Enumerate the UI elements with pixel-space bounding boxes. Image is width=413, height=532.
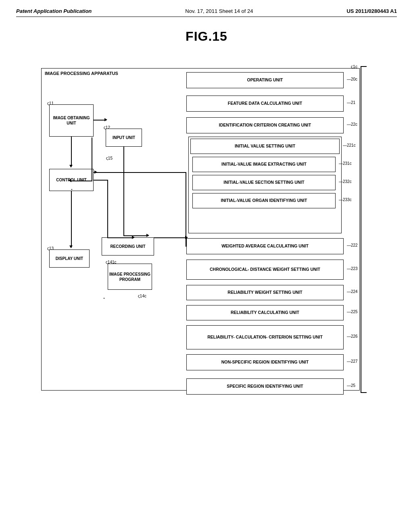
arrowhead-8 [69,245,73,248]
specific-region-box: SPECIFIC REGION IDENTIFYING UNIT [186,378,344,395]
arrow-line-11 [94,172,186,173]
ref-s13: ς13 [47,246,54,251]
dot2 [104,298,104,299]
ref-233c: —233c [339,197,352,202]
initial-value-section-box: INITIAL-VALUE SECTION SETTING UNIT [192,175,336,190]
header-patent-number: US 2011/0280443 A1 [346,8,397,14]
ref-222: —222 [347,243,358,247]
ref-232c: —232c [339,179,352,184]
arrow-line-7 [107,237,134,238]
ref-25: —25 [347,383,355,388]
input-unit-box: INPUT UNIT [106,129,142,147]
reliability-calculating-box: RELIABILITY CALCULATING UNIT [186,305,344,320]
display-unit-box: DISPLAY UNIT [49,249,90,268]
bracket-line-s1c [361,66,361,393]
recording-unit-box: RECORDING UNIT [102,237,154,256]
bracket-top-s1c [361,66,367,67]
ref-s141c: ς141c [106,260,117,264]
image-obtaining-box: IMAGE OBTAINING UNIT [49,104,94,137]
weighted-average-box: WEIGHTED AVERAGE CALCULATING UNIT [186,238,344,254]
arrowhead-2 [104,118,107,121]
arrow-line-1 [71,137,72,166]
arrow-line-3 [123,147,124,235]
arrow-line-4 [123,235,148,236]
arrow-line-5 [94,180,108,181]
ref-224: —224 [347,289,358,294]
ref-s15: ς15 [106,156,113,160]
chronological-distance-box: CHRONOLOGICAL- DISTANCE WEIGHT SETTING U… [186,260,344,280]
ref-223: —223 [347,266,358,271]
reliability-criterion-box: RELIABILITY- CALCULATION- CRITERION SETT… [186,325,344,349]
arrow-line-8 [71,191,72,247]
non-specific-region-box: NON-SPECIFIC REGION IDENTIFYING UNIT [186,354,344,370]
arrowhead-7 [132,236,135,239]
ref-226: —226 [347,334,358,339]
ref-231c: —231c [339,161,352,166]
header-sheet-info: Nov. 17, 2011 Sheet 14 of 24 [185,8,253,14]
ref-20c: —20c [347,77,357,81]
ref-s14c: ς14c [138,294,146,298]
arrowhead-13 [185,236,188,239]
bracket-bot-s1c [361,392,367,393]
page: Patent Application Publication Nov. 17, … [0,0,413,532]
control-unit-box: CONTROL UNIT [49,169,94,191]
ref-21: —21 [347,100,355,105]
page-header: Patent Application Publication Nov. 17, … [16,8,397,17]
initial-value-organ-box: INITIAL-VALUE ORGAN IDENTIFYING UNIT [192,193,336,208]
diagram-area: IMAGE PROCESSING APPARATUS ς1c IMAGE OBT… [41,52,372,415]
arrow-line-13 [154,237,187,238]
figure-title: FIG.15 [16,29,397,44]
ref-s11: ς11 [47,101,54,106]
arrow-line-9 [92,137,92,181]
ref-s12: ς12 [104,125,110,130]
arrow-line-6 [107,180,108,237]
ref-22c: —22c [347,122,357,127]
operating-unit-box: OPERATING UNIT [186,72,344,88]
arrowhead-4 [146,234,149,237]
ref-227: —227 [347,359,358,364]
ref-s1c: ς1c [351,64,357,69]
arrowhead-11 [94,170,97,174]
image-processing-program-box: IMAGE PROCESSING PROGRAM [108,264,152,290]
header-publisher: Patent Application Publication [16,8,92,14]
ref-221c: —221c [343,143,356,148]
arrow-line-10 [71,181,92,181]
reliability-weight-box: RELIABILITY WEIGHT SETTING UNIT [186,285,344,300]
arrowhead-10 [69,179,71,182]
initial-value-image-box: INITIAL-VALUE IMAGE EXTRACTING UNIT [192,157,336,172]
ref-225: —225 [347,310,358,314]
dot1 [71,189,72,190]
identification-criterion-box: IDENTIFICATION CRITERION CREATING UNIT [186,117,344,133]
initial-value-setting-box: INITIAL VALUE SETTING UNIT [190,139,340,154]
feature-data-box: FEATURE DATA CALCULATING UNIT [186,96,344,112]
arrowhead-1 [69,165,73,168]
